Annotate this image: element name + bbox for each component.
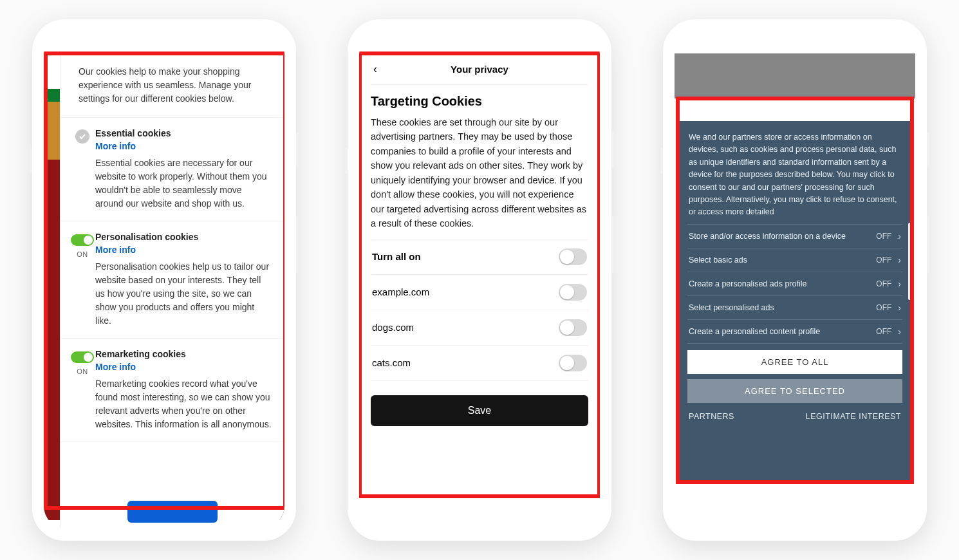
more-info-link[interactable]: More info [95, 245, 272, 255]
phone-mockup-2: ‹ Your privacy Targeting Cookies These c… [348, 19, 611, 541]
more-info-link[interactable]: More info [95, 141, 272, 151]
chevron-right-icon: › [898, 279, 901, 289]
state-off-label: OFF [876, 232, 891, 241]
cookie-title: Remarketing cookies [95, 349, 272, 359]
purpose-row[interactable]: Create a personalised ads profile OFF › [687, 272, 902, 296]
cookie-title: Personalisation cookies [95, 232, 272, 242]
state-off-label: OFF [876, 327, 891, 336]
toggle-switch[interactable] [559, 355, 587, 371]
consent-intro: We and our partners store or access info… [687, 130, 902, 219]
toggle-state-label: ON [70, 368, 95, 375]
header-title: Your privacy [451, 64, 508, 75]
chevron-right-icon: › [898, 255, 901, 265]
cookie-item-personalisation: ON Personalisation cookies More info Per… [61, 221, 284, 339]
purpose-label: Select basic ads [689, 256, 876, 265]
cookie-desc: Personalisation cookies help us to tailo… [95, 260, 272, 328]
consent-panel: We and our partners store or access info… [678, 121, 911, 481]
chevron-right-icon: › [898, 326, 901, 337]
check-icon [75, 129, 89, 144]
purpose-row[interactable]: Create a personalised content profile OF… [687, 320, 902, 344]
purpose-label: Select personalised ads [689, 303, 876, 312]
purpose-label: Create a personalised ads profile [689, 279, 876, 288]
cookie-desc: Essential cookies are necessary for our … [95, 156, 272, 210]
domain-label: example.com [372, 286, 429, 297]
toggle-switch[interactable] [559, 284, 587, 301]
save-button[interactable]: Save [371, 395, 588, 426]
turn-all-on-label: Turn all on [372, 251, 421, 262]
phone-mockup-1: Our cookies help to make your shopping e… [32, 19, 296, 541]
purpose-label: Store and/or access information on a dev… [689, 232, 876, 241]
section-heading: Targeting Cookies [371, 94, 588, 109]
purpose-row[interactable]: Store and/or access information on a dev… [687, 225, 902, 248]
purpose-row[interactable]: Select personalised ads OFF › [687, 296, 902, 320]
cookie-settings-panel: Our cookies help to make your shopping e… [60, 53, 284, 529]
agree-selected-button[interactable]: AGREE TO SELECTED [687, 379, 902, 403]
chevron-right-icon: › [898, 231, 901, 241]
cookie-item-essential: Essential cookies More info Essential co… [61, 118, 284, 221]
cookie-item-remarketing: ON Remarketing cookies More info Remarke… [61, 339, 284, 442]
intro-text: Our cookies help to make your shopping e… [61, 53, 284, 118]
toggle-switch[interactable] [71, 351, 94, 363]
toggle-switch[interactable] [559, 248, 587, 265]
turn-all-on-row: Turn all on [371, 239, 588, 275]
scrollbar[interactable] [908, 223, 911, 300]
state-off-label: OFF [876, 256, 891, 265]
state-off-label: OFF [876, 303, 891, 312]
phone-mockup-3: We and our partners store or access info… [663, 19, 927, 541]
more-info-link[interactable]: More info [95, 362, 272, 372]
cookie-title: Essential cookies [95, 128, 272, 138]
domain-row: example.com [371, 275, 588, 310]
partners-link[interactable]: PARTNERS [689, 412, 734, 421]
section-description: These cookies are set through our site b… [371, 115, 588, 231]
dialog-header: ‹ Your privacy [371, 53, 588, 85]
purpose-list: Store and/or access information on a dev… [687, 224, 902, 344]
domain-row: cats.com [371, 346, 588, 381]
domain-row: dogs.com [371, 310, 588, 346]
save-button[interactable] [127, 501, 218, 523]
agree-all-button[interactable]: AGREE TO ALL [687, 350, 902, 374]
top-gray-bar [675, 53, 915, 98]
purpose-row[interactable]: Select basic ads OFF › [687, 248, 902, 272]
toggle-switch[interactable] [71, 234, 94, 246]
domain-label: cats.com [372, 357, 411, 368]
cookie-desc: Remarketing cookies record what you've f… [95, 377, 272, 431]
state-off-label: OFF [876, 279, 891, 288]
domain-label: dogs.com [372, 322, 414, 333]
chevron-right-icon: › [898, 303, 901, 313]
legitimate-interest-link[interactable]: LEGITIMATE INTEREST [806, 412, 901, 421]
toggle-state-label: ON [70, 250, 95, 258]
toggle-switch[interactable] [559, 319, 587, 336]
back-icon[interactable]: ‹ [373, 62, 377, 76]
purpose-label: Create a personalised content profile [689, 327, 876, 336]
